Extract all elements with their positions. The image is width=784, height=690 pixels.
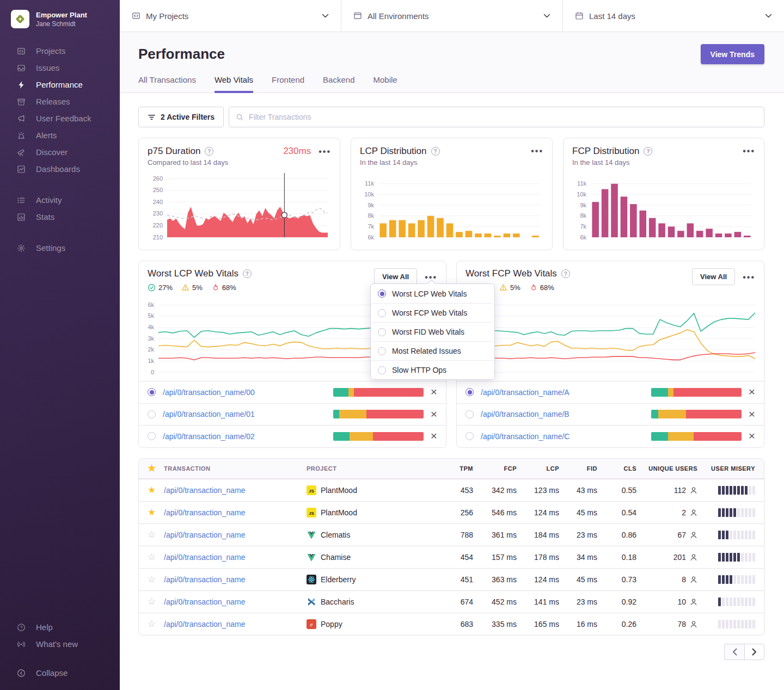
transaction-radio[interactable] xyxy=(465,432,474,440)
sidebar-item-discover[interactable]: Discover xyxy=(0,144,120,161)
sidebar-item-projects[interactable]: Projects xyxy=(0,42,120,59)
close-icon[interactable]: × xyxy=(749,430,755,442)
help-question-icon[interactable]: ? xyxy=(644,147,652,156)
view-trends-button[interactable]: View Trends xyxy=(701,44,764,64)
org-switcher[interactable]: Empower Plant Jane Schmidt xyxy=(0,0,120,28)
date-range-dropdown[interactable]: Last 14 days xyxy=(562,0,784,32)
dropdown-item-worst-fcp[interactable]: Worst FCP Web Vitals xyxy=(371,303,494,322)
close-icon[interactable]: × xyxy=(431,386,437,398)
star-icon[interactable]: ☆ xyxy=(148,619,164,629)
dropdown-item-worst-lcp[interactable]: Worst LCP Web Vitals xyxy=(371,284,494,303)
transaction-link[interactable]: /api/0/transaction_name/B xyxy=(481,410,644,418)
sidebar-item-issues[interactable]: Issues xyxy=(0,59,120,76)
tab-mobile[interactable]: Mobile xyxy=(373,75,397,93)
chevron-down-icon xyxy=(322,14,329,18)
star-icon[interactable]: ☆ xyxy=(148,575,164,584)
transaction-row: /api/0/transaction_name/01 × xyxy=(139,403,446,426)
column-header-fcp[interactable]: FCP xyxy=(473,465,517,472)
overflow-menu-icon[interactable]: ••• xyxy=(531,146,543,156)
column-header-fid[interactable]: FID xyxy=(559,465,597,472)
overflow-menu-icon[interactable]: ••• xyxy=(318,146,331,156)
star-icon[interactable]: ☆ xyxy=(148,597,164,606)
star-icon[interactable]: ☆ xyxy=(148,530,164,539)
sidebar-collapse-button[interactable]: Collapse xyxy=(0,664,120,681)
star-icon[interactable]: ★ xyxy=(148,485,164,495)
user-icon xyxy=(690,553,697,561)
transaction-link[interactable]: /api/0/transaction_name xyxy=(164,620,307,629)
sidebar-item-user-feedback[interactable]: User Feedback xyxy=(0,110,120,127)
column-header-lcp[interactable]: LCP xyxy=(517,465,559,472)
sidebar-item-help[interactable]: ? Help xyxy=(0,619,120,636)
column-header-tpm[interactable]: TPM xyxy=(439,465,473,472)
sidebar-item-activity[interactable]: Activity xyxy=(0,192,120,208)
column-header-transaction[interactable]: TRANSACTION xyxy=(164,465,307,472)
star-icon[interactable]: ☆ xyxy=(148,552,164,562)
sidebar-item-alerts[interactable]: Alerts xyxy=(0,127,120,144)
transaction-link[interactable]: /api/0/transaction_name/01 xyxy=(163,410,326,418)
poor-badge: 68% xyxy=(529,284,554,292)
calendar-icon xyxy=(575,11,584,20)
column-header-unique-users[interactable]: UNIQUE USERS xyxy=(636,465,697,472)
transaction-radio[interactable] xyxy=(148,388,156,396)
dropdown-item-worst-fid[interactable]: Worst FID Web Vitals xyxy=(371,322,494,341)
column-header-cls[interactable]: CLS xyxy=(597,465,636,472)
active-filters-button[interactable]: 2 Active Filters xyxy=(138,107,224,127)
view-all-button[interactable]: View All xyxy=(692,268,735,285)
sidebar-item-performance[interactable]: Performance xyxy=(0,76,120,93)
dropdown-item-slow-http-ops[interactable]: Slow HTTP Ops xyxy=(371,360,494,379)
environment-filter-dropdown[interactable]: All Environments xyxy=(341,0,562,32)
pagination xyxy=(138,644,764,673)
transaction-link[interactable]: /api/0/transaction_name/C xyxy=(481,432,644,441)
project-filter-dropdown[interactable]: My Projects xyxy=(120,0,341,32)
svg-text:1k: 1k xyxy=(148,358,154,364)
transaction-link[interactable]: /api/0/transaction_name xyxy=(164,486,307,495)
transaction-link[interactable]: /api/0/transaction_name/02 xyxy=(163,432,326,441)
close-icon[interactable]: × xyxy=(431,408,437,421)
transaction-link[interactable]: /api/0/transaction_name xyxy=(164,508,307,517)
transaction-link[interactable]: /api/0/transaction_name xyxy=(164,531,307,539)
search-input[interactable] xyxy=(249,113,757,121)
help-question-icon[interactable]: ? xyxy=(205,147,213,156)
view-all-button[interactable]: View All xyxy=(374,268,417,285)
transaction-radio[interactable] xyxy=(148,410,156,418)
overflow-menu-icon[interactable]: ••• xyxy=(743,272,755,282)
sidebar-item-releases[interactable]: Releases xyxy=(0,93,120,110)
transaction-link[interactable]: /api/0/transaction_name/A xyxy=(481,388,644,397)
tab-all-transactions[interactable]: All Transactions xyxy=(138,75,196,93)
column-header-user-misery[interactable]: USER MISERY xyxy=(697,465,755,472)
tab-backend[interactable]: Backend xyxy=(323,75,354,93)
transaction-radio[interactable] xyxy=(465,388,474,396)
column-header-project[interactable]: PROJECT xyxy=(307,465,439,472)
dropdown-item-most-related-issues[interactable]: Most Related Issues xyxy=(371,341,494,360)
transaction-link[interactable]: /api/0/transaction_name xyxy=(164,553,307,562)
tab-web-vitals[interactable]: Web Vitals xyxy=(215,75,253,93)
transaction-radio[interactable] xyxy=(148,432,156,440)
overflow-menu-icon[interactable]: ••• xyxy=(743,146,755,156)
fcp-distribution-card: FCP Distribution? ••• In the last 14 day… xyxy=(563,138,764,250)
close-icon[interactable]: × xyxy=(749,386,755,398)
p75-duration-card: p75 Duration? 230ms••• Compared to last … xyxy=(138,138,340,250)
next-page-button[interactable] xyxy=(744,644,764,660)
sidebar-item-stats[interactable]: Stats xyxy=(0,208,120,225)
sidebar-item-settings[interactable]: Settings xyxy=(0,239,120,256)
star-column-header-icon[interactable]: ★ xyxy=(148,464,164,473)
transaction-link[interactable]: /api/0/transaction_name xyxy=(164,575,307,584)
help-question-icon[interactable]: ? xyxy=(431,147,440,156)
sidebar-item-dashboards[interactable]: Dashboards xyxy=(0,161,120,177)
help-question-icon[interactable]: ? xyxy=(243,269,252,278)
close-icon[interactable]: × xyxy=(431,430,437,442)
sidebar-item-label: Dashboards xyxy=(36,164,80,174)
transaction-radio[interactable] xyxy=(465,410,474,418)
tab-frontend[interactable]: Frontend xyxy=(272,75,304,93)
close-icon[interactable]: × xyxy=(749,408,755,421)
star-icon[interactable]: ★ xyxy=(148,508,164,517)
transaction-link[interactable]: /api/0/transaction_name xyxy=(164,597,307,606)
vitals-breakdown-bar xyxy=(651,410,742,418)
filter-icon xyxy=(148,113,156,121)
sidebar-item-whats-new[interactable]: What's new xyxy=(0,636,120,652)
previous-page-button[interactable] xyxy=(724,644,744,660)
transaction-link[interactable]: /api/0/transaction_name/00 xyxy=(163,388,326,397)
help-question-icon[interactable]: ? xyxy=(561,269,570,278)
project-icon xyxy=(307,530,316,540)
svg-text:230: 230 xyxy=(153,210,163,217)
